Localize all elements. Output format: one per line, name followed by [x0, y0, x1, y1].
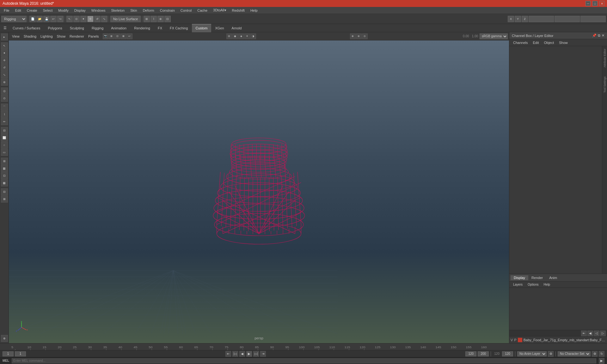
step-forward-btn[interactable]: ▷| [253, 351, 259, 357]
ep-curve-tool[interactable]: ⌇ [1, 111, 8, 118]
tab-custom[interactable]: Custom [192, 24, 212, 32]
tab-polygons[interactable]: Polygons [44, 24, 66, 32]
texture-btn[interactable]: ◈ [238, 33, 244, 39]
anim-layer-select[interactable]: No Anim Layer [517, 351, 547, 356]
y-value-input[interactable] [555, 16, 580, 22]
play-forward-btn[interactable]: ▶ [246, 351, 252, 357]
fit-selected-btn[interactable]: ⊡ [115, 33, 120, 39]
channel-box-close-btn[interactable]: ✕ [602, 33, 604, 38]
char-set-extra-btn[interactable]: ↻ [599, 351, 604, 357]
light-btn[interactable]: ☀ [244, 33, 250, 39]
tab-animation[interactable]: Animation [107, 24, 130, 32]
channel-box-float-btn[interactable]: ⧉ [598, 33, 600, 38]
snap-point-btn[interactable]: ⊕ [157, 16, 164, 22]
menu-file[interactable]: File [1, 8, 12, 13]
menu-select[interactable]: Select [40, 8, 55, 13]
tab-channels[interactable]: Channels [511, 40, 530, 45]
wireframe-btn[interactable]: ⊟ [226, 33, 232, 39]
menu-deform[interactable]: Deform [140, 8, 157, 13]
tab-fx-caching[interactable]: FX Caching [166, 24, 192, 32]
cb-tab-render[interactable]: Render [528, 275, 546, 280]
poly-cube-btn[interactable]: ⬜ [1, 134, 8, 141]
menu-windows[interactable]: Windows [89, 8, 108, 13]
menu-modify[interactable]: Modify [56, 8, 71, 13]
display-mode-btn1[interactable]: ⊞ [1, 158, 8, 165]
tab-arnold[interactable]: Arnold [228, 24, 246, 32]
select-tool-btn[interactable]: ↖ [66, 16, 73, 22]
tab-show[interactable]: Show [556, 40, 570, 45]
move-tool-left[interactable]: ✛ [1, 57, 8, 64]
color-space-select[interactable]: sRGB gamma [480, 33, 508, 39]
cb-tab-display[interactable]: Display [511, 275, 528, 280]
lasso-tool-btn[interactable]: ⊙ [73, 16, 80, 22]
current-frame-input[interactable]: 1 [15, 351, 26, 356]
menu-create[interactable]: Create [24, 8, 40, 13]
smooth-shade-btn[interactable]: ◉ [232, 33, 238, 39]
tab-object[interactable]: Object [541, 40, 556, 45]
display-mode-btn3[interactable]: ⊡ [1, 172, 8, 179]
select-tool-left[interactable]: ↖ [1, 42, 8, 49]
show-manip-tool[interactable]: ⊙ [1, 95, 8, 102]
tab-xgen[interactable]: XGen [211, 24, 228, 32]
curve-tool[interactable]: ⌒ [1, 104, 8, 111]
display-mode-btn2[interactable]: ▦ [1, 165, 8, 172]
menu-constrain[interactable]: Constrain [157, 8, 177, 13]
mel-input[interactable] [12, 358, 596, 363]
vp-menu-panels[interactable]: Panels [86, 34, 101, 39]
selection-mask-btn[interactable]: ▸ [1, 33, 8, 40]
move-tool-btn[interactable]: ✛ [87, 16, 94, 22]
scale-tool-left[interactable]: ⤡ [1, 71, 8, 78]
tab-sculpting[interactable]: Sculpting [66, 24, 88, 32]
layer-name[interactable]: Baby_Food_Jar_71g_Empty_mb_standart:Baby… [524, 338, 606, 342]
attribute-editor-label[interactable]: Attribute Editor [603, 49, 606, 68]
universal-manip-tool[interactable]: ⊛ [1, 79, 8, 86]
mel-label[interactable]: MEL [3, 359, 9, 362]
cb-subtab-help[interactable]: Help [541, 282, 553, 287]
z-value-input[interactable] [580, 16, 606, 22]
menu-3dtoall[interactable]: 3DtoAll▾ [211, 8, 229, 13]
poly-sphere-btn[interactable]: ○ [1, 142, 8, 149]
tab-rigging[interactable]: Rigging [88, 24, 107, 32]
pencil-curve-tool[interactable]: ✏ [1, 118, 8, 125]
mesh-display-btn[interactable]: ⊟ [1, 127, 8, 134]
x-input-btn[interactable]: X [508, 16, 514, 22]
scale-tool-btn[interactable]: ⤡ [101, 16, 107, 22]
anim-layer-settings-btn[interactable]: ⚙ [548, 351, 554, 357]
char-set-settings-btn[interactable]: ⚙ [592, 351, 598, 357]
snap-grid-btn[interactable]: ⊞ [144, 16, 150, 22]
start-frame-input[interactable]: 1 [3, 351, 14, 356]
layer-nav-next[interactable]: ▷ [600, 331, 606, 336]
layer-nav-prev2[interactable]: ◁ [594, 331, 599, 336]
mode-dropdown[interactable]: Rigging [1, 16, 27, 22]
skip-to-end-btn[interactable]: ⇥ [260, 351, 266, 357]
fps-input[interactable] [502, 351, 513, 356]
range-end-input[interactable]: 200 [478, 351, 489, 356]
vp-extra3[interactable]: ⊙ [362, 33, 368, 39]
menu-help[interactable]: Help [248, 8, 260, 13]
vp-extra1[interactable]: ⊕ [350, 33, 356, 39]
paint-tool-btn[interactable]: ✦ [80, 16, 87, 22]
character-set-select[interactable]: No Character Set [558, 351, 591, 356]
layer-v-indicator[interactable]: V [511, 338, 513, 342]
skip-to-start-btn[interactable]: ⇤ [225, 351, 231, 357]
channel-box-pin-btn[interactable]: 📌 [592, 33, 597, 38]
close-button[interactable]: ✕ [599, 1, 604, 6]
soft-mod-tool[interactable]: ◎ [1, 88, 8, 94]
tool-settings-label[interactable]: Tool Settings [603, 76, 606, 93]
camera-select-btn[interactable]: 📷 [103, 33, 108, 39]
snap-curve-btn[interactable]: ⌇ [150, 16, 157, 22]
tab-curves-surfaces[interactable]: Curves / Surfaces [9, 24, 44, 32]
layer-nav-first[interactable]: ⇤ [581, 331, 587, 336]
paint-select-tool[interactable]: ✦ [1, 50, 8, 57]
frame-selected-btn[interactable]: ⊠ [121, 33, 126, 39]
open-scene-btn[interactable]: 📁 [36, 16, 43, 22]
rotate-tool-btn[interactable]: ↺ [94, 16, 101, 22]
layer-btn1[interactable]: ⊟ [1, 188, 8, 195]
vp-menu-shading[interactable]: Shading [22, 34, 38, 39]
menu-display[interactable]: Display [72, 8, 88, 13]
vp-menu-lighting[interactable]: Lighting [39, 34, 55, 39]
tab-fx[interactable]: FX [154, 24, 166, 32]
poly-plane-btn[interactable]: ▭ [1, 149, 8, 156]
display-mode-btn4[interactable]: ▩ [1, 179, 8, 186]
3d-viewport[interactable]: persp x y z [9, 40, 509, 343]
